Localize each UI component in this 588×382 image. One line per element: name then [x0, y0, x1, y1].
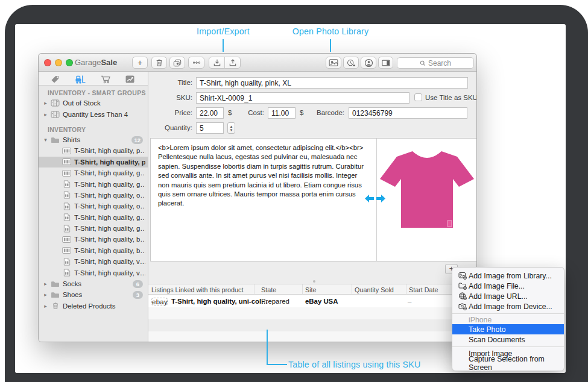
column-header[interactable]: Site	[305, 286, 317, 293]
quantity-field[interactable]	[196, 122, 224, 134]
toggle-inspector-button[interactable]	[378, 57, 393, 69]
sidebar-folder-shirts[interactable]: ▾ Shirts 12	[39, 134, 148, 145]
menu-item-scan-documents[interactable]: Scan Documents	[452, 334, 564, 345]
panel-toggle-icon	[382, 60, 390, 66]
menu-item-capture-selection[interactable]: Capture Selection from Screen	[452, 359, 564, 368]
sidebar-item-label: T-Shirt, high quality, v…	[74, 258, 145, 265]
barcode-field[interactable]	[349, 107, 467, 119]
import-icon	[213, 59, 221, 66]
description-editor[interactable]: <b>Lorem ipsum dolor sit amet, consectet…	[151, 139, 376, 261]
duplicate-button[interactable]	[169, 57, 185, 69]
listing-title: T-Shirt, high quality, uni-col…	[171, 298, 268, 305]
sidebar-item-deleted-products[interactable]: ▸ Deleted Products	[39, 301, 148, 312]
sidebar-item-shirt[interactable]: T-Shirt, high quality, o…	[39, 201, 148, 211]
close-button[interactable]	[44, 59, 51, 66]
sidebar-item-shirt[interactable]: T-Shirt, high quality, g…	[39, 212, 148, 223]
contact-icon	[364, 58, 373, 67]
sidebar-item-quantity-less-than-4[interactable]: ▸ Quantity Less Than 4	[39, 108, 148, 119]
splitter-handle-dot[interactable]	[313, 280, 315, 283]
tab-tags[interactable]	[49, 74, 61, 84]
import-button[interactable]	[209, 57, 225, 68]
tab-inventory-active[interactable]	[74, 74, 86, 84]
scheduled-events-button[interactable]	[343, 57, 359, 69]
export-button[interactable]	[225, 57, 240, 68]
barcode-item-icon	[61, 158, 72, 165]
photo-library-button[interactable]	[326, 57, 341, 69]
sidebar-item-shirt[interactable]: T-Shirt, high quality, b…	[39, 245, 148, 256]
menu-item-add-from-device[interactable]: Add Image from Device...	[452, 301, 564, 312]
column-header[interactable]: Quantity Sold	[355, 286, 394, 293]
tab-statistics[interactable]	[124, 74, 136, 84]
globe-plus-icon	[457, 292, 467, 300]
title-label: Title:	[162, 79, 192, 86]
menu-item-add-url[interactable]: Add Image URL...	[452, 291, 564, 301]
use-title-as-sku-checkbox[interactable]	[414, 93, 422, 101]
column-header[interactable]: Listings Linked with this product	[151, 286, 243, 293]
sku-field[interactable]	[196, 92, 409, 104]
quantity-stepper[interactable]: ▲▼	[227, 122, 235, 134]
titlebar[interactable]: GarageSale +	[39, 54, 476, 72]
sku-label: SKU:	[162, 94, 192, 101]
listing-row[interactable]: ebay T-Shirt, high quality, uni-col… Pre…	[148, 295, 477, 307]
annotation-line-listings-vertical	[267, 330, 268, 365]
page-item-icon	[61, 202, 72, 210]
disclosure-triangle[interactable]: ▸	[42, 292, 49, 298]
disclosure-triangle[interactable]: ▸	[42, 303, 49, 309]
minimize-button[interactable]	[55, 59, 62, 66]
sidebar-item-out-of-stock[interactable]: ▸ Out of Stock	[39, 98, 148, 108]
add-image-context-menu: Add Image from Library... Add Image File…	[452, 267, 564, 371]
sidebar-item-shirt[interactable]: T-Shirt, high quality, g…	[39, 168, 148, 178]
sidebar-item-shirt[interactable]: T-Shirt, high quality, g…	[39, 178, 148, 189]
cost-field[interactable]	[268, 107, 296, 119]
disclosure-triangle[interactable]: ▸	[42, 111, 49, 117]
more-actions-button[interactable]	[188, 57, 204, 69]
barcode-item-icon	[61, 148, 72, 154]
delete-button[interactable]	[151, 57, 167, 69]
menu-item-add-file[interactable]: Add Image File...	[452, 281, 564, 291]
cart-icon	[101, 75, 111, 84]
trash-icon	[156, 58, 163, 67]
annotation-line-import-export	[223, 39, 224, 52]
sidebar-item-shirt[interactable]: T-Shirt, high quality, g…	[39, 223, 148, 234]
new-item-button[interactable]: +	[132, 57, 148, 69]
column-header[interactable]: State	[261, 286, 276, 293]
disclosure-triangle[interactable]: ▾	[42, 137, 49, 143]
zoom-button[interactable]	[66, 59, 73, 66]
page-item-icon	[61, 191, 72, 199]
title-field[interactable]	[196, 77, 468, 89]
barcode-item-icon	[61, 247, 72, 254]
column-header[interactable]: Start Date	[409, 286, 438, 293]
folder-icon	[49, 280, 61, 287]
sidebar-item-shirt[interactable]: T-Shirt, high quality, v…	[39, 256, 148, 267]
sidebar-item-shirt[interactable]: T-Shirt, high quality, o…	[39, 190, 148, 201]
tab-listings[interactable]	[100, 74, 112, 84]
sidebar-item-shirt[interactable]: T-Shirt, high quality, v…	[39, 267, 148, 278]
pane-splitter[interactable]	[365, 195, 385, 202]
sidebar-folder-shoes[interactable]: ▸ Shoes 3	[39, 289, 148, 300]
disclosure-triangle[interactable]: ▸	[42, 100, 49, 106]
barcode-item-icon	[61, 236, 72, 243]
barcode-item-icon	[61, 170, 72, 177]
search-input[interactable]: Search	[397, 57, 474, 69]
page-item-icon	[61, 180, 72, 188]
sidebar-item-label: Deleted Products	[63, 302, 115, 310]
search-icon	[420, 60, 426, 66]
tshirt-image	[379, 149, 475, 230]
page-item-icon	[61, 225, 72, 233]
menu-item-add-from-library[interactable]: Add Image from Library...	[452, 271, 564, 281]
listing-start-date: –	[408, 298, 411, 305]
menu-item-label: iPhone	[469, 316, 492, 324]
disclosure-triangle[interactable]: ▸	[42, 281, 49, 287]
accounts-button[interactable]	[361, 57, 376, 69]
table-empty-row	[148, 331, 477, 342]
menu-item-take-photo[interactable]: Take Photo	[452, 324, 564, 334]
page-item-icon	[61, 269, 72, 277]
sidebar-folder-socks[interactable]: ▸ Socks 6	[39, 278, 148, 289]
price-field[interactable]	[196, 107, 224, 119]
sidebar-item-shirt[interactable]: T-Shirt, high quality, b…	[39, 234, 148, 245]
more-icon	[192, 61, 201, 64]
sidebar-item-shirt-selected[interactable]: T-Shirt, high quality, p…	[39, 157, 148, 168]
sidebar-item-shirt[interactable]: T-Shirt, high quality, p…	[39, 145, 148, 156]
use-title-as-sku-label: Use Title as SKU	[425, 94, 477, 101]
menu-item-label: Add Image from Library...	[469, 272, 552, 280]
